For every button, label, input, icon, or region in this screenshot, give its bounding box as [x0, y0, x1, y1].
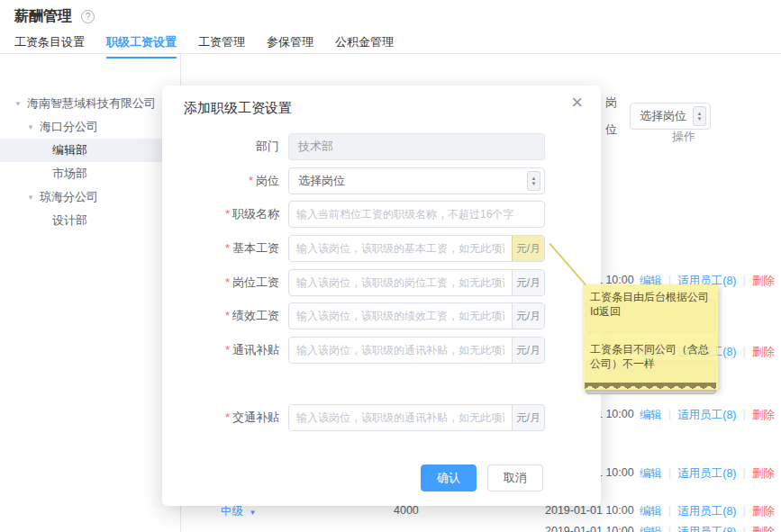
delete-link[interactable]: 删除: [752, 466, 775, 482]
tree-item-label: 琼海分公司: [40, 189, 98, 205]
required-mark: *: [249, 174, 253, 187]
field-label: 岗位工资: [232, 275, 279, 289]
level-name-row: *职级名称: [162, 201, 601, 228]
action-divider: |: [743, 274, 746, 289]
tree-item-haikou-branch[interactable]: ▼ 海口分公司: [0, 115, 180, 139]
field-label: 职级名称: [232, 207, 279, 221]
required-mark: *: [225, 309, 230, 322]
post-filter-label: 岗位: [605, 89, 622, 143]
apply-employees-link[interactable]: 适用员工(8): [677, 466, 736, 482]
delete-link[interactable]: 删除: [752, 504, 775, 519]
post-filter-value: 选择岗位: [640, 108, 686, 124]
tab-salary-items[interactable]: 工资条目设置: [14, 34, 85, 59]
level-dropdown[interactable]: 中级 ▼: [221, 504, 256, 519]
salary-value: 4000: [394, 504, 419, 517]
help-icon[interactable]: ?: [81, 10, 95, 23]
action-divider: |: [668, 466, 671, 482]
tree-item-label: 设计部: [52, 212, 87, 229]
field-label: 岗位: [256, 174, 279, 187]
comm-allowance-input[interactable]: [289, 338, 512, 363]
row-timestamp: 2019-01-01 10:00: [545, 504, 644, 517]
tree-item-label: 市场部: [52, 166, 87, 182]
required-mark: *: [225, 410, 230, 424]
action-divider: |: [743, 345, 746, 360]
caret-down-icon: ▼: [249, 509, 256, 517]
post-salary-row: *岗位工资 元/月: [162, 269, 601, 296]
note-torn-edge: [585, 383, 716, 389]
apply-employees-link[interactable]: 适用员工(8): [677, 504, 736, 519]
action-divider: |: [743, 408, 746, 423]
table-row: 2019-01-01 10:00 编辑 | 适用员工(8) | 删除: [0, 525, 781, 532]
field-label: 通讯补贴: [232, 343, 279, 356]
delete-link[interactable]: 删除: [752, 345, 775, 360]
edit-link[interactable]: 编辑: [640, 525, 662, 532]
apply-employees-link[interactable]: 适用员工(8): [677, 408, 736, 423]
actions-column-header: 操作: [672, 129, 695, 145]
transport-allowance-input[interactable]: [289, 405, 512, 430]
add-level-salary-dialog: 添加职级工资设置 × 部门 技术部 *岗位 选择岗位 ▲▼ *职级名称: [162, 86, 601, 506]
edit-link[interactable]: 编辑: [640, 504, 662, 519]
edit-link[interactable]: 编辑: [640, 466, 662, 482]
comm-allowance-row: *通讯补贴 元/月: [162, 337, 601, 364]
tree-item-marketing-dept[interactable]: 市场部: [0, 162, 180, 185]
close-icon[interactable]: ×: [571, 93, 583, 113]
unit-suffix: 元/月: [512, 236, 544, 261]
note-text-line2: 工资条目不同公司（含总公司）不一样: [590, 342, 711, 371]
field-label: 部门: [256, 140, 279, 153]
apply-employees-link[interactable]: 适用员工(8): [677, 525, 736, 532]
tree-item-qionghai-branch[interactable]: ▼ 琼海分公司: [0, 185, 180, 209]
transport-allowance-row: *交通补贴 元/月: [162, 404, 601, 431]
caret-down-icon: ▼: [27, 194, 34, 202]
page-title: 薪酬管理: [14, 7, 72, 26]
row-actions: 编辑 | 适用员工(8) | 删除: [640, 504, 775, 519]
field-label: 基本工资: [232, 241, 279, 255]
unit-suffix: 元/月: [512, 338, 544, 363]
org-tree-sidebar: ▼ 海南智慧域科技有限公司 ▼ 海口分公司 编辑部 市场部 ▼ 琼海分公司 设计…: [0, 92, 180, 232]
level-name-input[interactable]: [289, 202, 544, 227]
tab-level-salary-settings[interactable]: 职级工资设置: [106, 34, 177, 59]
row-timestamp: 2019-01-01 10:00: [545, 525, 644, 532]
tab-salary-management[interactable]: 工资管理: [198, 34, 245, 59]
post-select-value: 选择岗位: [298, 173, 345, 189]
tab-insurance-management[interactable]: 参保管理: [267, 34, 313, 59]
tree-item-label: 海口分公司: [40, 119, 98, 135]
level-dropdown-value: 中级: [221, 505, 243, 518]
delete-link[interactable]: 删除: [752, 274, 775, 289]
table-row: 中级 ▼ 4000 2019-01-01 10:00 编辑 | 适用员工(8) …: [0, 504, 781, 522]
tab-bar: 工资条目设置 职级工资设置 工资管理 参保管理 公积金管理: [14, 34, 394, 59]
tree-item-editorial-dept[interactable]: 编辑部: [0, 139, 180, 162]
required-mark: *: [225, 241, 230, 255]
post-salary-input[interactable]: [289, 270, 512, 295]
tabs-divider: [0, 53, 781, 54]
cancel-button[interactable]: 取消: [487, 464, 543, 491]
select-arrows-icon: ▲▼: [693, 106, 706, 126]
delete-link[interactable]: 删除: [752, 408, 775, 423]
field-label: 交通补贴: [232, 410, 279, 424]
confirm-button[interactable]: 确认: [421, 464, 477, 491]
dialog-title: 添加职级工资设置: [184, 100, 292, 117]
post-row: *岗位 选择岗位 ▲▼: [162, 167, 601, 194]
row-actions: 编辑 | 适用员工(8) | 删除: [640, 525, 775, 532]
required-mark: *: [225, 275, 230, 289]
department-value: 技术部: [298, 139, 333, 155]
unit-suffix: 元/月: [512, 270, 544, 295]
merit-salary-row: *绩效工资 元/月: [162, 302, 601, 329]
payroll-management-page: 薪酬管理 ? 工资条目设置 职级工资设置 工资管理 参保管理 公积金管理 ▼ 海…: [0, 0, 781, 532]
field-label: 绩效工资: [232, 309, 279, 322]
post-select[interactable]: 选择岗位 ▲▼: [288, 167, 545, 194]
tree-item-design-dept[interactable]: 设计部: [0, 209, 180, 232]
delete-link[interactable]: 删除: [752, 525, 775, 532]
tab-housing-fund-management[interactable]: 公积金管理: [335, 34, 394, 59]
tree-item-label: 海南智慧域科技有限公司: [27, 95, 156, 112]
base-salary-input[interactable]: [289, 236, 512, 261]
required-mark: *: [225, 343, 230, 356]
row-actions: 编辑 | 适用员工(8) | 删除: [640, 466, 775, 482]
unit-suffix: 元/月: [512, 405, 544, 430]
merit-salary-input[interactable]: [289, 303, 512, 329]
department-field: 技术部: [288, 133, 545, 160]
base-salary-row: *基本工资 元/月: [162, 235, 601, 262]
post-filter-select[interactable]: 选择岗位 ▲▼: [630, 103, 711, 130]
edit-link[interactable]: 编辑: [640, 408, 662, 423]
action-divider: |: [668, 525, 671, 532]
tree-item-company[interactable]: ▼ 海南智慧域科技有限公司: [0, 92, 180, 115]
